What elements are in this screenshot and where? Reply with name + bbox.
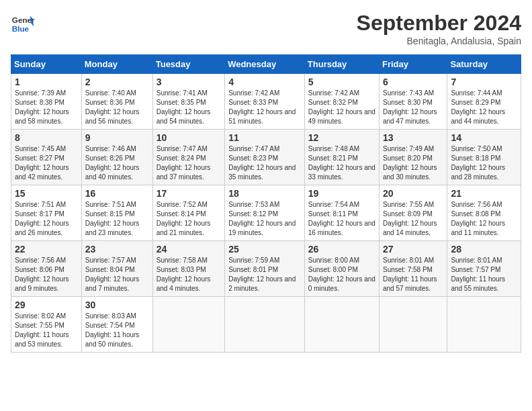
cell-details: Sunrise: 7:48 AMSunset: 8:21 PMDaylight:… bbox=[308, 144, 375, 182]
title-area: September 2024 Benitagla, Andalusia, Spa… bbox=[357, 11, 521, 46]
calendar-cell: 11Sunrise: 7:47 AMSunset: 8:23 PMDayligh… bbox=[225, 130, 305, 185]
page-header: General Blue September 2024 Benitagla, A… bbox=[11, 11, 521, 46]
cell-details: Sunrise: 7:43 AMSunset: 8:30 PMDaylight:… bbox=[383, 89, 443, 126]
calendar-cell bbox=[304, 297, 379, 353]
calendar-cell: 13Sunrise: 7:49 AMSunset: 8:20 PMDayligh… bbox=[379, 130, 447, 185]
cell-details: Sunrise: 7:56 AMSunset: 8:06 PMDaylight:… bbox=[15, 256, 78, 293]
calendar-cell: 2Sunrise: 7:40 AMSunset: 8:36 PMDaylight… bbox=[81, 74, 152, 130]
calendar-cell: 5Sunrise: 7:42 AMSunset: 8:32 PMDaylight… bbox=[304, 74, 379, 130]
calendar-body: 1Sunrise: 7:39 AMSunset: 8:38 PMDaylight… bbox=[11, 74, 521, 353]
calendar-cell bbox=[225, 297, 305, 353]
calendar-cell: 19Sunrise: 7:54 AMSunset: 8:11 PMDayligh… bbox=[304, 185, 379, 241]
calendar-week-row: 22Sunrise: 7:56 AMSunset: 8:06 PMDayligh… bbox=[11, 241, 521, 297]
day-number: 29 bbox=[15, 300, 78, 310]
day-number: 21 bbox=[451, 188, 517, 199]
calendar-cell: 21Sunrise: 7:56 AMSunset: 8:08 PMDayligh… bbox=[447, 185, 521, 241]
calendar-cell: 27Sunrise: 8:01 AMSunset: 7:58 PMDayligh… bbox=[379, 241, 447, 297]
calendar-cell: 30Sunrise: 8:03 AMSunset: 7:54 PMDayligh… bbox=[81, 297, 152, 353]
day-number: 22 bbox=[15, 244, 78, 255]
calendar-cell: 28Sunrise: 8:01 AMSunset: 7:57 PMDayligh… bbox=[447, 241, 521, 297]
cell-details: Sunrise: 7:58 AMSunset: 8:03 PMDaylight:… bbox=[157, 256, 221, 293]
calendar-cell bbox=[152, 297, 224, 353]
calendar-cell bbox=[379, 297, 447, 353]
logo-icon: General Blue bbox=[11, 11, 35, 35]
day-number: 18 bbox=[228, 188, 301, 199]
calendar-cell: 24Sunrise: 7:58 AMSunset: 8:03 PMDayligh… bbox=[152, 241, 224, 297]
calendar-cell: 22Sunrise: 7:56 AMSunset: 8:06 PMDayligh… bbox=[11, 241, 82, 297]
calendar-cell: 25Sunrise: 7:59 AMSunset: 8:01 PMDayligh… bbox=[225, 241, 305, 297]
cell-details: Sunrise: 7:51 AMSunset: 8:17 PMDaylight:… bbox=[15, 200, 78, 238]
calendar-cell: 8Sunrise: 7:45 AMSunset: 8:27 PMDaylight… bbox=[11, 130, 82, 185]
calendar-cell: 4Sunrise: 7:42 AMSunset: 8:33 PMDaylight… bbox=[225, 74, 305, 130]
location-subtitle: Benitagla, Andalusia, Spain bbox=[357, 36, 521, 46]
day-number: 26 bbox=[308, 244, 375, 255]
cell-details: Sunrise: 7:51 AMSunset: 8:15 PMDaylight:… bbox=[85, 200, 149, 238]
calendar-week-row: 29Sunrise: 8:02 AMSunset: 7:55 PMDayligh… bbox=[11, 297, 521, 353]
cell-details: Sunrise: 7:52 AMSunset: 8:14 PMDaylight:… bbox=[157, 200, 221, 238]
day-header-thursday: Thursday bbox=[304, 55, 379, 74]
calendar-cell: 9Sunrise: 7:46 AMSunset: 8:26 PMDaylight… bbox=[81, 130, 152, 185]
day-number: 12 bbox=[308, 132, 375, 143]
day-number: 20 bbox=[383, 188, 443, 199]
day-number: 11 bbox=[228, 132, 301, 143]
cell-details: Sunrise: 7:40 AMSunset: 8:36 PMDaylight:… bbox=[85, 89, 149, 126]
cell-details: Sunrise: 7:41 AMSunset: 8:35 PMDaylight:… bbox=[157, 89, 221, 126]
calendar-cell: 14Sunrise: 7:50 AMSunset: 8:18 PMDayligh… bbox=[447, 130, 521, 185]
day-number: 23 bbox=[85, 244, 149, 255]
day-number: 13 bbox=[383, 132, 443, 143]
cell-details: Sunrise: 8:02 AMSunset: 7:55 PMDaylight:… bbox=[15, 312, 78, 349]
calendar-cell: 26Sunrise: 8:00 AMSunset: 8:00 PMDayligh… bbox=[304, 241, 379, 297]
calendar-cell: 10Sunrise: 7:47 AMSunset: 8:24 PMDayligh… bbox=[152, 130, 224, 185]
calendar-cell: 20Sunrise: 7:55 AMSunset: 8:09 PMDayligh… bbox=[379, 185, 447, 241]
day-number: 6 bbox=[383, 77, 443, 87]
cell-details: Sunrise: 7:42 AMSunset: 8:32 PMDaylight:… bbox=[308, 89, 375, 126]
day-number: 30 bbox=[85, 300, 149, 310]
day-header-wednesday: Wednesday bbox=[225, 55, 305, 74]
day-number: 8 bbox=[15, 132, 78, 143]
svg-text:Blue: Blue bbox=[12, 24, 30, 33]
day-number: 7 bbox=[451, 77, 517, 87]
calendar-cell: 23Sunrise: 7:57 AMSunset: 8:04 PMDayligh… bbox=[81, 241, 152, 297]
cell-details: Sunrise: 8:01 AMSunset: 7:58 PMDaylight:… bbox=[383, 256, 443, 293]
day-number: 2 bbox=[85, 77, 149, 87]
cell-details: Sunrise: 7:47 AMSunset: 8:23 PMDaylight:… bbox=[228, 144, 301, 182]
calendar-cell: 16Sunrise: 7:51 AMSunset: 8:15 PMDayligh… bbox=[81, 185, 152, 241]
calendar-cell: 6Sunrise: 7:43 AMSunset: 8:30 PMDaylight… bbox=[379, 74, 447, 130]
day-number: 4 bbox=[228, 77, 301, 87]
day-number: 28 bbox=[451, 244, 517, 255]
day-number: 10 bbox=[157, 132, 221, 143]
calendar-week-row: 8Sunrise: 7:45 AMSunset: 8:27 PMDaylight… bbox=[11, 130, 521, 185]
cell-details: Sunrise: 8:03 AMSunset: 7:54 PMDaylight:… bbox=[85, 312, 149, 349]
day-number: 24 bbox=[157, 244, 221, 255]
day-number: 17 bbox=[157, 188, 221, 199]
calendar-table: SundayMondayTuesdayWednesdayThursdayFrid… bbox=[11, 54, 521, 353]
calendar-cell: 17Sunrise: 7:52 AMSunset: 8:14 PMDayligh… bbox=[152, 185, 224, 241]
day-number: 14 bbox=[451, 132, 517, 143]
day-number: 3 bbox=[157, 77, 221, 87]
calendar-cell: 18Sunrise: 7:53 AMSunset: 8:12 PMDayligh… bbox=[225, 185, 305, 241]
cell-details: Sunrise: 7:54 AMSunset: 8:11 PMDaylight:… bbox=[308, 200, 375, 238]
cell-details: Sunrise: 7:49 AMSunset: 8:20 PMDaylight:… bbox=[383, 144, 443, 182]
day-header-sunday: Sunday bbox=[11, 55, 82, 74]
calendar-cell: 1Sunrise: 7:39 AMSunset: 8:38 PMDaylight… bbox=[11, 74, 82, 130]
cell-details: Sunrise: 7:46 AMSunset: 8:26 PMDaylight:… bbox=[85, 144, 149, 182]
cell-details: Sunrise: 7:47 AMSunset: 8:24 PMDaylight:… bbox=[157, 144, 221, 182]
cell-details: Sunrise: 7:50 AMSunset: 8:18 PMDaylight:… bbox=[451, 144, 517, 182]
day-number: 25 bbox=[228, 244, 301, 255]
calendar-week-row: 15Sunrise: 7:51 AMSunset: 8:17 PMDayligh… bbox=[11, 185, 521, 241]
cell-details: Sunrise: 7:55 AMSunset: 8:09 PMDaylight:… bbox=[383, 200, 443, 238]
day-number: 1 bbox=[15, 77, 78, 87]
cell-details: Sunrise: 8:00 AMSunset: 8:00 PMDaylight:… bbox=[308, 256, 375, 293]
cell-details: Sunrise: 7:44 AMSunset: 8:29 PMDaylight:… bbox=[451, 89, 517, 126]
calendar-cell: 15Sunrise: 7:51 AMSunset: 8:17 PMDayligh… bbox=[11, 185, 82, 241]
calendar-header-row: SundayMondayTuesdayWednesdayThursdayFrid… bbox=[11, 55, 521, 74]
calendar-cell: 7Sunrise: 7:44 AMSunset: 8:29 PMDaylight… bbox=[447, 74, 521, 130]
calendar-week-row: 1Sunrise: 7:39 AMSunset: 8:38 PMDaylight… bbox=[11, 74, 521, 130]
cell-details: Sunrise: 7:57 AMSunset: 8:04 PMDaylight:… bbox=[85, 256, 149, 293]
day-number: 9 bbox=[85, 132, 149, 143]
day-number: 16 bbox=[85, 188, 149, 199]
calendar-cell: 29Sunrise: 8:02 AMSunset: 7:55 PMDayligh… bbox=[11, 297, 82, 353]
cell-details: Sunrise: 7:39 AMSunset: 8:38 PMDaylight:… bbox=[15, 89, 78, 126]
calendar-cell: 12Sunrise: 7:48 AMSunset: 8:21 PMDayligh… bbox=[304, 130, 379, 185]
cell-details: Sunrise: 8:01 AMSunset: 7:57 PMDaylight:… bbox=[451, 256, 517, 293]
